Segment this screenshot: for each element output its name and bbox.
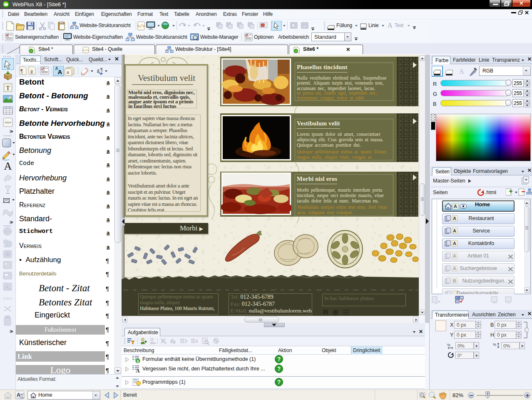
svg-text:¶: ¶	[20, 68, 23, 74]
svg-text:?: ?	[277, 379, 281, 385]
svg-text:¶: ¶	[100, 67, 103, 72]
svg-text:</>: </>	[5, 230, 10, 234]
svg-text:<≡>: <≡>	[5, 121, 11, 125]
svg-text:T: T	[6, 85, 10, 91]
svg-text:</>: </>	[137, 24, 145, 29]
svg-text:?: ?	[277, 365, 281, 372]
svg-text:</>: </>	[83, 48, 89, 52]
svg-text:%: %	[447, 343, 450, 347]
svg-text:B: B	[453, 278, 456, 283]
svg-text:A: A	[459, 68, 464, 75]
svg-text:<≡>: <≡>	[3, 295, 12, 302]
svg-text:A: A	[4, 160, 12, 172]
svg-text:?: ?	[277, 356, 281, 362]
svg-text:a: a	[97, 67, 99, 73]
svg-text:%: %	[493, 342, 496, 347]
svg-text:A: A	[58, 68, 62, 75]
svg-text:a: a	[30, 68, 33, 74]
svg-text:a: a	[67, 69, 69, 75]
svg-text:A: A	[136, 368, 140, 373]
svg-text:A: A	[5, 285, 8, 290]
svg-text:$: $	[137, 359, 139, 363]
